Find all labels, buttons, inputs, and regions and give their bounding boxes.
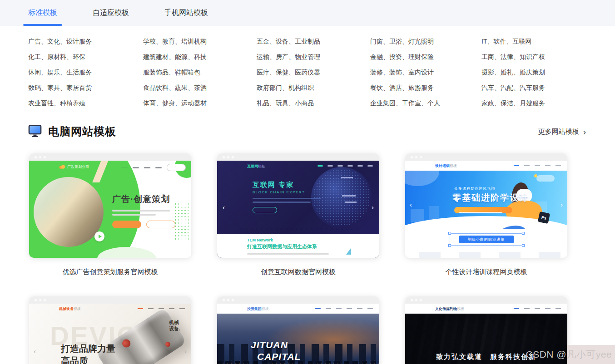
chevron-right-icon: › xyxy=(583,128,586,136)
side-label-line: 设备. xyxy=(169,325,180,332)
category-link[interactable]: 家政、保洁、月嫂服务 xyxy=(481,98,583,108)
nav-item-bar xyxy=(159,308,164,309)
more-templates-link[interactable]: 更多网站模板 › xyxy=(538,128,586,136)
tab-mobile-template[interactable]: 手机网站模板 xyxy=(164,0,208,26)
selection-handle xyxy=(448,232,451,235)
carousel-prev-icon[interactable]: ‹ xyxy=(34,347,36,355)
category-link[interactable]: 餐饮、酒店、旅游服务 xyxy=(370,83,481,93)
carousel-next-icon[interactable]: › xyxy=(560,201,563,208)
category-link[interactable]: 企业集团、工作室、个人 xyxy=(370,98,481,108)
category-link[interactable]: 运输、房产、物业管理 xyxy=(257,52,370,62)
window-dot-icon xyxy=(411,156,413,158)
carousel-prev-icon[interactable]: ‹ xyxy=(410,201,412,208)
window-dot-icon xyxy=(232,299,234,301)
category-link[interactable]: 建筑建材、能源、科技 xyxy=(143,52,257,62)
cloud-logo-icon xyxy=(59,165,65,169)
text-line-placeholder xyxy=(112,210,170,212)
category-link[interactable]: 学校、教育、培训机构 xyxy=(143,37,257,46)
category-link[interactable]: 门窗、卫浴、灯光照明 xyxy=(370,37,481,46)
window-dot-icon xyxy=(415,299,417,301)
category-link[interactable]: 摄影、婚礼、婚庆策划 xyxy=(481,68,583,77)
nav-item-bar xyxy=(155,167,162,168)
dot-divider xyxy=(239,228,357,230)
site-preview-internet: 互联网模板 互联网 专家 BLOCK CHAIN EXPERT xyxy=(217,161,379,258)
template-card-investment[interactable]: 投资集团模板 JITUAN CAPITAL xyxy=(217,296,379,364)
category-link[interactable]: 工商、法律、知识产权 xyxy=(481,52,583,62)
category-link[interactable]: 政府部门、机构组织 xyxy=(257,83,370,93)
headline-line: JITUAN xyxy=(251,339,288,350)
text-line-placeholder xyxy=(112,214,156,216)
carousel-next-icon[interactable]: › xyxy=(372,203,374,211)
site-logo-suffix: 模板 xyxy=(74,307,81,311)
template-card-internet[interactable]: 互联网模板 互联网 专家 BLOCK CHAIN EXPERT xyxy=(217,153,379,258)
side-label: 机械 设备. xyxy=(169,319,180,332)
carousel-next-icon[interactable]: › xyxy=(560,361,562,364)
category-link[interactable]: 五金、设备、工业制品 xyxy=(257,37,370,46)
window-dot-icon xyxy=(232,156,234,158)
nav-item-bar xyxy=(357,165,363,167)
carousel-next-icon[interactable]: › xyxy=(184,347,187,355)
site-logo: 机械设备模板 xyxy=(59,306,81,311)
template-card-machinery[interactable]: 机械设备模板 DEVICE 打造品牌力量 高品质 打造高标准品质 拥有资深专业技… xyxy=(29,296,191,364)
tab-adaptive-template[interactable]: 自适应模板 xyxy=(93,0,129,26)
nav-item-bar xyxy=(144,167,150,168)
nav-item-bar xyxy=(121,167,128,168)
feature-block-placeholder xyxy=(539,252,560,258)
category-link[interactable]: 体育、健身、运动器材 xyxy=(143,98,257,108)
headline-line: 打造品牌力量 xyxy=(61,343,115,355)
site-logo-suffix: 模板 xyxy=(262,307,269,311)
nav-item-bar xyxy=(315,308,321,309)
nav-item-bar xyxy=(337,165,343,167)
more-templates-label: 更多网站模板 xyxy=(538,128,579,136)
carousel-prev-icon[interactable]: ‹ xyxy=(411,361,413,364)
nav-item-bar xyxy=(138,308,143,309)
nav-item-bar xyxy=(336,308,342,309)
template-caption[interactable]: 优选广告创意策划服务官网模板 xyxy=(29,268,191,276)
category-link[interactable]: 医疗、保健、医药仪器 xyxy=(257,68,370,77)
site-logo-text: 互联网 xyxy=(247,164,258,168)
text-line-placeholder xyxy=(253,202,311,203)
category-link[interactable]: 金融、投资、理财保险 xyxy=(370,52,481,62)
cta-button-outline xyxy=(253,207,277,213)
tab-standard-template[interactable]: 标准模板 xyxy=(28,0,57,26)
cta-button-filled xyxy=(112,221,141,228)
template-card-ad-agency[interactable]: 广告策划公司 广告·创意策划 xyxy=(29,153,191,258)
site-logo-text: 广告策划公司 xyxy=(67,164,89,169)
text-line-placeholder xyxy=(459,212,502,213)
site-logo: 投资集团模板 xyxy=(247,306,269,311)
category-link[interactable]: 服装饰品、鞋帽箱包 xyxy=(143,68,257,77)
category-link[interactable]: IT、软件、互联网 xyxy=(481,37,583,46)
category-link[interactable]: 化工、原材料、环保 xyxy=(28,52,143,62)
category-link[interactable]: 礼品、玩具、小商品 xyxy=(257,98,370,108)
nav-item-bar xyxy=(133,167,139,168)
window-dot-icon xyxy=(39,299,41,301)
pc-template-section-header: 电脑网站模板 更多网站模板 › xyxy=(28,124,586,139)
template-caption[interactable]: 创意互联网数据官网模板 xyxy=(217,268,379,276)
circular-photo xyxy=(34,177,104,247)
globe-label-bar xyxy=(341,177,353,178)
site-nav-placeholder xyxy=(315,308,373,309)
window-dot-icon xyxy=(411,299,413,301)
category-link[interactable]: 广告、文化、设计服务 xyxy=(28,37,143,46)
hero-banner: JITUAN CAPITAL 具有资产管理理念的金融机构 xyxy=(217,314,379,364)
category-link[interactable]: 汽车、汽配、汽车服务 xyxy=(481,83,583,93)
ps-app-badge: Ps xyxy=(538,212,550,224)
category-link[interactable]: 农业畜牲、种植养殖 xyxy=(28,98,143,108)
hero-banner: 众多课程助你迎风飞翔 零基础进阶学设计 Ps ‹ › xyxy=(405,171,567,229)
nav-item-bar xyxy=(357,308,362,309)
selection-handle xyxy=(448,244,451,247)
carousel-prev-icon[interactable]: ‹ xyxy=(223,203,225,211)
browser-chrome-bar xyxy=(405,296,567,304)
category-link[interactable]: 休闲、娱乐、生活服务 xyxy=(28,68,143,77)
site-logo: 设计培训模板 xyxy=(435,163,457,168)
category-link[interactable]: 装修、装饰、室内设计 xyxy=(370,68,481,77)
template-card-design-training[interactable]: 设计培训模板 众多课程助你迎风飞翔 零基 xyxy=(405,153,567,258)
nav-item-bar xyxy=(545,165,551,166)
nav-item-bar xyxy=(148,308,154,309)
category-link[interactable]: 数码、家具、家居百货 xyxy=(28,83,143,93)
template-card-cell: 互联网模板 互联网 专家 BLOCK CHAIN EXPERT xyxy=(217,153,379,296)
category-link[interactable]: 食品饮料、蔬果、茶酒 xyxy=(143,83,257,93)
template-caption[interactable]: 个性设计培训课程网页模板 xyxy=(405,268,567,276)
nav-item-bar xyxy=(545,308,551,309)
site-subheadline: BLOCK CHAIN EXPERT xyxy=(253,190,305,194)
